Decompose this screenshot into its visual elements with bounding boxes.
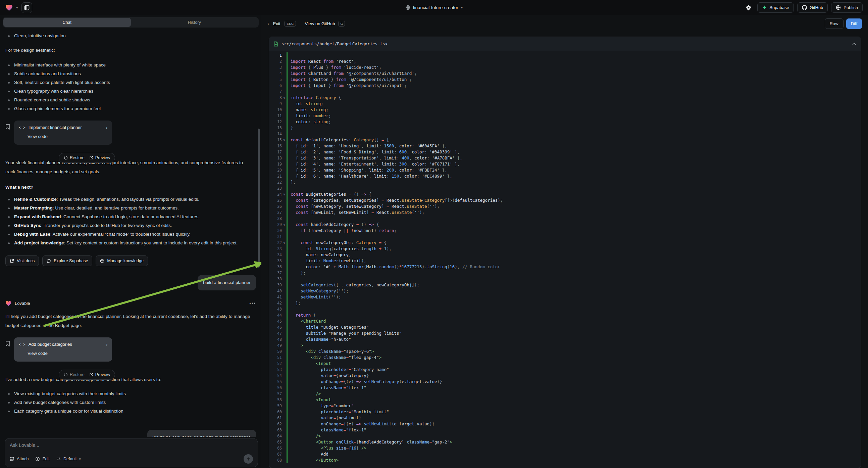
manage-knowledge-button[interactable]: Manage knowledge [96,256,148,266]
version-card-add-budget-categories[interactable]: < > Add budget categories › View code Re… [14,338,112,361]
added-feature-bullet: Each category gets a unique color for vi… [5,407,256,416]
diff-added-gutter [286,403,287,409]
view-code-link[interactable]: View code [28,133,107,140]
fold-spacer [282,185,286,192]
exit-button[interactable]: Exit [273,21,280,26]
edit-button[interactable]: Edit [35,457,50,461]
assistant-paragraph: I've added a new budget categories manag… [5,375,256,384]
code-line: 34 name: newCategory, [269,252,861,258]
fold-spacer [282,215,286,222]
code-text: interface Category { [290,95,341,101]
diff-added-gutter [286,373,287,379]
more-options-button[interactable]: ••• [249,299,256,308]
chat-input-box[interactable]: Ask Lovable... Attach Edit Default ▾ [5,438,258,467]
fold-spacer [282,125,286,131]
added-feature-bullet: Add new budget categories with custom li… [5,398,256,407]
sidebar-toggle-button[interactable] [22,2,32,13]
code-text: color: string; [290,119,331,125]
next-step-item: Expand with Backend: Connect Supabase to… [5,212,256,221]
fold-spacer [282,203,286,209]
code-text: name: newCategory, [290,252,351,258]
code-line: 55 onChange={(e) => setNewCategory(e.tar… [269,379,861,385]
view-code-link[interactable]: View code [28,350,107,357]
fold-chevron-icon[interactable]: ∨ [282,95,286,101]
tab-history[interactable]: History [131,18,258,27]
chevron-right-icon[interactable]: › [106,341,107,348]
version-card-implement-financial-planner[interactable]: < > Implement financial planner › View c… [14,120,112,145]
preview-button[interactable]: Preview [89,370,110,379]
chat-message-area[interactable]: Clean, intuitive navigation For the desi… [0,30,261,437]
diff-toggle-button[interactable]: Diff [846,19,862,29]
fold-spacer [282,373,286,379]
fold-spacer [282,119,286,125]
visit-docs-button[interactable]: Visit docs [5,256,39,266]
github-button[interactable]: GitHub [797,2,828,13]
chat-input-placeholder[interactable]: Ask Lovable... [10,442,253,448]
line-number: 27 [269,209,282,215]
fold-spacer [282,149,286,155]
line-number: 23 [269,185,282,192]
project-name[interactable]: financial-future-creator [413,5,458,10]
diff-added-gutter [286,379,287,385]
line-number: 24 [269,192,282,197]
diff-added-gutter [286,385,287,391]
code-line: 57 /> [269,391,861,397]
supabase-button[interactable]: Supabase [757,2,794,13]
code-text: limit: Number(newLimit), [290,258,366,264]
code-line: 18 { id: '3', name: 'Transportation', li… [269,155,861,161]
model-selector[interactable]: Default ▾ [56,457,81,461]
code-line: 35 limit: Number(newLimit), [269,258,861,264]
code-line: 2import React from 'react'; [269,58,861,64]
line-number: 53 [269,367,282,373]
lovable-logo-icon[interactable] [5,4,13,11]
tab-chat[interactable]: Chat [3,18,131,27]
publish-button[interactable]: Publish [831,2,863,13]
diff-added-gutter [286,427,287,433]
collapse-chevron-up-icon[interactable] [852,42,856,45]
bookmark-icon[interactable] [5,341,10,347]
code-line: 25 const [categories, setCategories] = R… [269,197,861,203]
code-line: 66 <Plus size={16} /> [269,445,861,451]
fold-chevron-icon[interactable]: ∨ [282,240,286,246]
assistant-name: Lovable [15,299,30,308]
code-panel: ‹ Exit ESC View on GitHub G Raw Diff sr [261,15,868,468]
logo-chevron-down-icon[interactable]: ▾ [16,5,18,10]
diff-added-gutter [286,282,287,288]
fold-spacer [282,354,286,360]
fold-chevron-icon[interactable]: ∨ [282,192,286,197]
send-button[interactable] [244,454,253,464]
line-number: 68 [269,457,282,463]
code-line: 38 [269,276,861,282]
chevron-right-icon[interactable]: › [106,124,107,131]
back-chevron-icon[interactable]: ‹ [268,21,269,26]
restore-button[interactable]: Restore [64,153,85,162]
code-line: 64 /> [269,433,861,439]
settings-gear-button[interactable] [743,2,754,13]
chat-scrollbar[interactable] [258,128,260,268]
fold-chevron-icon[interactable]: ∨ [282,137,286,143]
project-chevron-down-icon[interactable]: ▾ [461,5,463,10]
fold-spacer [282,457,286,463]
fold-chevron-icon[interactable]: ∨ [282,222,286,228]
line-number: 12 [269,119,282,125]
file-header[interactable]: src/components/budget/BudgetCategories.t… [269,37,861,51]
attach-button[interactable]: Attach [10,457,29,461]
code-line: 23 [269,185,861,192]
code-line: 12 color: string; [269,119,861,125]
restore-preview-pill: Restore Preview [59,153,115,163]
raw-toggle-button[interactable]: Raw [825,19,843,29]
view-on-github-button[interactable]: View on GitHub [305,21,335,26]
bookmark-icon[interactable] [5,124,10,129]
diff-added-gutter [286,397,287,403]
explore-supabase-button[interactable]: Explore Supabase [42,256,92,266]
restore-button[interactable]: Restore [64,370,85,379]
code-line: 59 type="number" [269,403,861,409]
code-line: 63 className="flex-1" [269,427,861,433]
preview-button[interactable]: Preview [89,153,110,162]
diff-added-gutter [286,270,287,276]
code-lines[interactable]: 12import React from 'react';3import { Pl… [269,51,861,468]
line-number: 5 [269,77,282,83]
diff-added-gutter [286,439,287,445]
code-line: 10 name: string; [269,107,861,113]
code-line: 51 <div className="flex gap-4"> [269,354,861,360]
